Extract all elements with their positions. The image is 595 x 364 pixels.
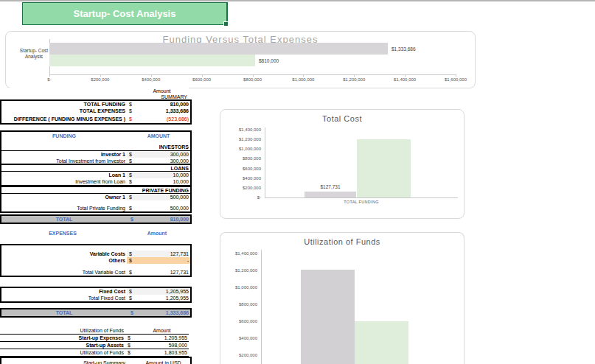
startup-summary-partial-row-0-valuecell[interactable]: Amount in USD [127,358,190,364]
summary-box-row-1-label[interactable]: TOTAL EXPENSES [1,108,127,113]
summary-box-row-1-valuecell[interactable]: $1,333,686 [127,108,190,114]
utilization-table-row-3-value[interactable]: 1,803,955 [136,350,189,355]
variable-box-row-2-value[interactable]: - [138,258,190,263]
startup-summary-partial-row-0-label[interactable]: Start-up Summary [1,360,127,364]
summary-box-row-0-label[interactable]: TOTAL FUNDING [1,102,127,107]
fixed-box-row-1-dollar[interactable]: $ [127,295,138,301]
variable-box-row-1-valuecell[interactable]: $127,731 [127,251,190,257]
expenses-total-row-0-label[interactable]: TOTAL [1,310,128,315]
variable-box-row-2-label[interactable]: Others [1,258,127,263]
funding-total-row-0-value[interactable]: 810,000 [139,217,190,222]
summary-box-row-0-dollar[interactable]: $ [127,102,138,107]
funding-box-col-header-left[interactable]: FUNDING [1,133,127,139]
variable-box-row-4-dollar[interactable]: $ [127,270,138,275]
bar-series-1[interactable] [49,55,255,66]
expenses-head-col-header-right[interactable]: Amount [125,231,189,236]
funding-box-row-4-label[interactable]: Total Investment from Investor [1,158,127,164]
chart-funding-vs-expenses[interactable]: Funding Versus Total Expenses Startup- C… [5,31,476,88]
loans-box-row-1-label[interactable]: Loan 1 [1,172,127,178]
private-box-row-3-dollar[interactable]: $ [127,206,138,211]
expenses-head-col-header-left[interactable]: EXPENSES [0,231,125,236]
summary-box-row-1-dollar[interactable]: $ [127,108,138,113]
chart-total-cost[interactable]: Total Cost TOTAL FUNDING $1,400,000$1,20… [220,109,464,219]
fixed-box-row-0-dollar[interactable]: $ [127,289,138,294]
utilization-table-row-0-value[interactable]: Amount [136,328,189,333]
funding-box-row-3-dollar[interactable]: $ [127,152,138,157]
fixed-box-row-1-valuecell[interactable]: $1,205,955 [127,295,190,301]
loans-box-row-1-dollar[interactable]: $ [127,172,138,178]
utilization-table-row-2-valuecell[interactable]: $598,000 [125,342,189,349]
summary-box-row-2-label[interactable]: DIFFERENCE ( FUNDING MINUS EXPENSES ) [1,116,127,122]
utilization-table-row-3-label[interactable]: Utilization of Funds [0,350,125,355]
variable-box-row-4-valuecell[interactable]: $127,731 [127,269,190,276]
utilization-table-row-0-label[interactable]: Utilization of Funds [0,328,125,333]
funding-box-row-3-valuecell[interactable]: $300,000 [127,151,190,158]
summary-box-row-1-value[interactable]: 1,333,686 [138,108,190,113]
funding-box-section-header[interactable]: INVESTORS [1,144,190,150]
funding-box-row-4-dollar[interactable]: $ [127,158,138,164]
fixed-box-row-0-value[interactable]: 1,205,955 [138,289,190,294]
private-box-row-1-value[interactable]: 500,000 [138,195,190,200]
expenses-total-row-0-value[interactable]: 1,333,686 [139,310,190,315]
funding-box-row-3-value[interactable]: 300,000 [138,152,190,157]
summary-box-row-0-value[interactable]: 810,000 [138,102,190,107]
private-box-row-1-dollar[interactable]: $ [127,195,138,200]
bar-series-0[interactable] [49,43,388,55]
bar-series-0[interactable] [301,270,355,364]
funding-total-row-0-dollar[interactable]: $ [128,217,139,222]
private-box-row-1-valuecell[interactable]: $500,000 [127,194,190,200]
bar-series-1[interactable] [355,321,408,364]
funding-box-row-4-value[interactable]: 300,000 [138,158,190,164]
utilization-table-row-1-valuecell[interactable]: $1,205,955 [125,335,189,341]
utilization-table-row-3-valuecell[interactable]: $1,803,955 [125,349,189,356]
private-box-row-3-valuecell[interactable]: $500,000 [127,204,190,211]
utilization-table-row-3-dollar[interactable]: $ [125,350,136,355]
startup-summary-partial-row-0-value[interactable]: Amount in USD [138,360,190,364]
funding-total-row-0-label[interactable]: TOTAL [1,217,128,222]
summary-head-row-0-value[interactable]: Amount [136,88,189,94]
private-box-row-3-value[interactable]: 500,000 [138,206,190,211]
loans-box-row-2-valuecell[interactable]: $10,000 [127,178,190,185]
private-box-row-3-label[interactable]: Total Private Funding [1,206,127,211]
variable-box-row-1-dollar[interactable]: $ [127,251,138,256]
variable-box-row-1-label[interactable]: Variable Costs [1,251,127,256]
funding-box-col-header-right[interactable]: AMOUNT [127,133,190,139]
fixed-box-row-0-valuecell[interactable]: $1,205,955 [127,288,190,295]
fixed-box-row-1-label[interactable]: Total Fixed Cost [1,295,127,301]
title-cell[interactable]: Startup- Cost Analysis [22,2,228,25]
bar-series-1[interactable] [357,139,411,197]
summary-box-row-0-valuecell[interactable]: $810,000 [127,101,190,108]
utilization-table-row-1-value[interactable]: 1,205,955 [136,335,189,340]
summary-box-row-2-dollar[interactable]: $ [127,116,138,122]
variable-box-row-4-value[interactable]: 127,731 [138,270,190,275]
loans-box-row-1-valuecell[interactable]: $10,000 [127,172,190,178]
utilization-table-row-2-label[interactable]: Start-up Assets [0,343,125,348]
utilization-table-row-2-dollar[interactable]: $ [125,343,136,348]
loans-box-row-2-label[interactable]: Investment from Loan [1,179,127,184]
loans-box-row-2-dollar[interactable]: $ [127,179,138,184]
utilization-table-row-2-value[interactable]: 598,000 [136,343,189,348]
private-box-row-1-label[interactable]: Owner 1 [1,195,127,200]
variable-box-row-1-value[interactable]: 127,731 [138,251,190,256]
summary-head-section-header[interactable]: SUMMARY [0,94,189,99]
fixed-box-row-0-label[interactable]: Fixed Cost [1,289,127,294]
summary-box-row-2-value[interactable]: (523,686) [138,116,190,122]
bar-series-0[interactable] [305,192,356,197]
selection-handle[interactable] [223,21,229,27]
expenses-total-row-0-valuecell[interactable]: $1,333,686 [128,309,190,316]
loans-box-row-2-value[interactable]: 10,000 [138,179,190,184]
expenses-total-row-0-dollar[interactable]: $ [128,310,139,315]
chart-utilization-of-funds[interactable]: Utilization of Funds $1,400,000$1,200,00… [220,232,464,364]
loans-box-row-1-value[interactable]: 10,000 [138,172,190,178]
funding-box-row-3-label[interactable]: Investor 1 [1,152,127,157]
utilization-table-row-1-dollar[interactable]: $ [125,335,136,340]
utilization-table-row-0-valuecell[interactable]: Amount [125,327,189,334]
summary-head-row-0-valuecell[interactable]: Amount [125,88,189,94]
utilization-table-row-1-label[interactable]: Start-up Expenses [0,335,125,340]
variable-box-row-2-valuecell[interactable]: $- [127,257,190,264]
variable-box-row-2-dollar[interactable]: $ [127,258,138,263]
variable-box-row-4-label[interactable]: Total Variable Cost [1,270,127,275]
funding-total-row-0-valuecell[interactable]: $810,000 [128,216,190,223]
loans-box-section-header[interactable]: LOANS [1,166,190,171]
private-box-section-header[interactable]: PRIVATE FUNDING [1,188,190,193]
